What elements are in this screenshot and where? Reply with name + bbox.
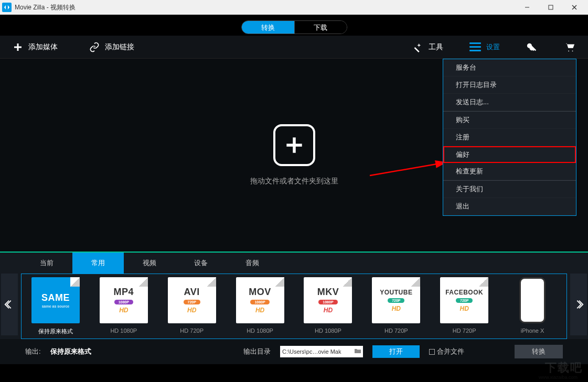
format-thumb: SAMEsame as source — [31, 277, 80, 323]
wand-icon — [412, 41, 423, 53]
tab-device[interactable]: 设备 — [175, 253, 227, 274]
format-label: HD 1080P — [110, 328, 137, 334]
format-label: HD 1080P — [247, 328, 273, 334]
menu-exit[interactable]: 退出 — [443, 198, 576, 215]
cart-button[interactable] — [564, 41, 575, 53]
settings-button[interactable]: 设置 — [469, 42, 500, 52]
titlebar: Movie Zilla - 视频转换 — [0, 0, 588, 15]
checkbox-box — [429, 349, 435, 355]
add-link-button[interactable]: 添加链接 — [89, 42, 134, 52]
mode-toggle-bar: 转换 下载 — [0, 15, 588, 36]
format-thumb: MOV1080PHD — [236, 277, 284, 323]
menu-check-update[interactable]: 检查更新 — [443, 163, 576, 180]
add-media-label: 添加媒体 — [28, 42, 58, 52]
link-icon — [89, 42, 100, 52]
format-thumb: YOUTUBE720PHD — [372, 277, 420, 323]
menu-purchase[interactable]: 购买 — [443, 112, 576, 129]
format-label: HD 720P — [384, 328, 408, 334]
add-media-button[interactable]: 添加媒体 — [13, 42, 58, 52]
maximize-button[interactable] — [539, 0, 562, 15]
settings-label: 设置 — [486, 42, 500, 52]
format-card-same[interactable]: SAMEsame as source保持原来格式 — [26, 277, 85, 335]
open-button[interactable]: 打开 — [372, 345, 420, 358]
merge-checkbox[interactable]: 合并文件 — [429, 347, 464, 356]
format-label: HD 720P — [180, 328, 204, 334]
cart-icon — [564, 41, 575, 53]
format-thumb: FACEBOOK720PHD — [440, 277, 488, 323]
close-button[interactable] — [562, 0, 586, 15]
format-card-avi[interactable]: AVI720PHDHD 720P — [162, 277, 222, 335]
toolbar: 添加媒体 添加链接 工具 设置 — [0, 36, 588, 59]
tab-video[interactable]: 视频 — [124, 253, 175, 274]
window-title: Movie Zilla - 视频转换 — [15, 3, 76, 12]
format-card-iphone-x[interactable]: iPhone X — [503, 277, 562, 335]
key-button[interactable] — [526, 41, 538, 53]
output-dir-label: 输出目录 — [243, 347, 271, 356]
format-label: HD 720P — [453, 328, 476, 334]
drop-hint-text: 拖动文件或者文件夹到这里 — [250, 177, 338, 186]
format-thumb: MP41080PHD — [100, 277, 148, 323]
menu-about[interactable]: 关于我们 — [443, 181, 576, 198]
menu-preferences[interactable]: 偏好 — [443, 146, 576, 163]
hamburger-icon — [469, 42, 481, 51]
tools-label: 工具 — [429, 42, 443, 52]
menu-open-log-dir[interactable]: 打开日志目录 — [443, 77, 576, 94]
tab-common[interactable]: 常用 — [72, 253, 124, 274]
phone-thumb — [519, 277, 546, 323]
format-card-youtube[interactable]: YOUTUBE720PHDHD 720P — [366, 277, 426, 335]
format-card-mkv[interactable]: MKV1080PHDHD 1080P — [298, 277, 358, 335]
mode-convert[interactable]: 转换 — [242, 21, 294, 34]
format-label: 保持原来格式 — [38, 328, 73, 335]
format-card-mp4[interactable]: MP41080PHDHD 1080P — [94, 277, 154, 335]
output-label: 输出: — [25, 347, 41, 356]
format-tabs: 当前 常用 视频 设备 音频 — [0, 253, 588, 274]
output-path-input[interactable]: C:\Users\pc…ovie Mak — [280, 346, 363, 357]
output-value: 保持原来格式 — [50, 347, 91, 356]
settings-dropdown: 服务台 打开日志目录 发送日志... 购买 注册 偏好 检查更新 关于我们 退出 — [443, 59, 576, 216]
menu-helpdesk[interactable]: 服务台 — [443, 59, 576, 77]
tools-button[interactable]: 工具 — [412, 41, 443, 53]
convert-button[interactable]: 转换 — [515, 345, 563, 358]
format-grid: SAMEsame as source保持原来格式MP41080PHDHD 108… — [21, 274, 567, 339]
format-thumb: MKV1080PHD — [304, 277, 352, 323]
format-card-mov[interactable]: MOV1080PHDHD 1080P — [230, 277, 290, 335]
key-icon — [526, 41, 538, 53]
format-section: 当前 常用 视频 设备 音频 SAMEsame as source保持原来格式M… — [0, 252, 588, 339]
watermark-url: www.xiazaiba.com — [539, 375, 578, 380]
app-icon — [2, 3, 12, 12]
drop-plus-icon — [273, 124, 315, 166]
format-prev-button[interactable] — [1, 274, 18, 335]
tab-current[interactable]: 当前 — [21, 253, 72, 274]
minimize-button[interactable] — [515, 0, 539, 15]
format-thumb: AVI720PHD — [168, 277, 216, 323]
format-label: iPhone X — [521, 328, 544, 334]
format-next-button[interactable] — [570, 274, 587, 335]
tab-audio[interactable]: 音频 — [227, 253, 278, 274]
mode-download[interactable]: 下载 — [294, 21, 347, 34]
svg-rect-1 — [549, 5, 553, 9]
plus-icon — [13, 42, 23, 52]
format-card-facebook[interactable]: FACEBOOK720PHDHD 720P — [434, 277, 494, 335]
bottom-bar: 输出: 保持原来格式 输出目录 C:\Users\pc…ovie Mak 打开 … — [0, 339, 588, 364]
merge-label: 合并文件 — [437, 347, 464, 356]
menu-send-log[interactable]: 发送日志... — [443, 94, 576, 111]
menu-register[interactable]: 注册 — [443, 129, 576, 146]
output-path-value: C:\Users\pc…ovie Mak — [282, 348, 341, 355]
folder-icon — [354, 347, 362, 355]
format-label: HD 1080P — [315, 328, 341, 334]
add-link-label: 添加链接 — [105, 42, 134, 52]
